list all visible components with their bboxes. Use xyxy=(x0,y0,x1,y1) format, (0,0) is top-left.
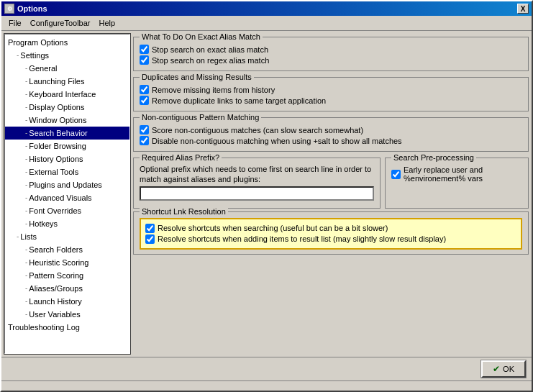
menu-help[interactable]: Help xyxy=(95,17,120,29)
sidebar-item-label: Pattern Scoring xyxy=(29,270,83,281)
exact-alias-check-1[interactable] xyxy=(140,45,149,54)
duplicates-group: Duplicates and Missing Results Remove mi… xyxy=(133,77,529,111)
sidebar-item-search-behavior[interactable]: - Search Behavior xyxy=(5,127,129,140)
sidebar-item-troubleshooting-log[interactable]: Troubleshooting Log xyxy=(5,321,129,334)
sidebar-item-label: Aliases/Groups xyxy=(29,283,83,294)
duplicates-check-2[interactable] xyxy=(140,96,149,105)
close-button[interactable]: X xyxy=(517,4,529,14)
sidebar-item-history-options[interactable]: - History Options xyxy=(5,152,129,165)
sidebar-item-label: Heuristic Scoring xyxy=(29,257,88,268)
duplicates-cb-2: Remove duplicate links to same target ap… xyxy=(140,96,522,105)
sidebar-item-label: History Options xyxy=(29,153,83,165)
titlebar: ⚙ Options X xyxy=(1,1,532,16)
sidebar-item-external-tools[interactable]: - External Tools xyxy=(5,165,129,178)
sidebar-item-settings[interactable]: - Settings xyxy=(5,49,129,62)
sidebar: Program Options- Settings- General- Laun… xyxy=(4,34,130,354)
search-preprocessing-title: Search Pre-processing xyxy=(391,153,476,162)
sidebar-item-label: Display Options xyxy=(29,101,84,113)
non-contiguous-check-2[interactable] xyxy=(140,136,149,145)
window-icon: ⚙ xyxy=(4,4,14,14)
duplicates-label-1: Remove missing items from history xyxy=(152,86,275,94)
shortcut-check-1[interactable] xyxy=(145,224,155,233)
sidebar-item-label: Search Behavior xyxy=(29,127,87,139)
exact-alias-check-2[interactable] xyxy=(140,55,149,65)
sidebar-item-plugins-and-updates[interactable]: - Plugins and Updates xyxy=(5,178,129,191)
non-contiguous-group: Non-contiguous Pattern Matching Score no… xyxy=(133,117,529,152)
sidebar-item-label: General xyxy=(29,63,57,74)
ok-button[interactable]: ✔ OK xyxy=(481,360,526,378)
exact-alias-title: What To Do On Exact Alias Match xyxy=(140,34,263,41)
right-panel: What To Do On Exact Alias Match Stop sea… xyxy=(133,34,529,354)
options-window: ⚙ Options X File ConfigureToolbar Help P… xyxy=(0,0,533,392)
menu-configuretoolbar[interactable]: ConfigureToolbar xyxy=(26,17,95,29)
non-contiguous-cb-1: Score non-contiguous matches (can slow s… xyxy=(140,125,522,135)
exact-alias-cb-1: Stop search on exact alias match xyxy=(140,45,522,54)
sidebar-item-folder-browsing[interactable]: - Folder Browsing xyxy=(5,140,129,152)
sidebar-item-label: Launching Files xyxy=(29,76,84,87)
sidebar-item-label: Program Options xyxy=(8,37,68,48)
sidebar-item-label: Hotkeys xyxy=(29,218,58,229)
sidebar-item-label: Plugins and Updates xyxy=(29,179,102,191)
menu-file[interactable]: File xyxy=(4,17,26,29)
sidebar-item-label: User Variables xyxy=(29,309,80,320)
sidebar-item-user-variables[interactable]: - User Variables xyxy=(5,308,129,321)
sidebar-item-label: Launch History xyxy=(29,296,81,307)
shortcut-label-1: Resolve shortcuts when searching (useful… xyxy=(158,224,388,232)
shortcut-title: Shortcut Lnk Resolution xyxy=(140,207,228,216)
non-contiguous-title: Non-contiguous Pattern Matching xyxy=(140,113,261,122)
shortcut-cb-2: Resolve shortcuts when adding items to r… xyxy=(145,234,516,244)
shortcut-group: Shortcut Lnk Resolution Resolve shortcut… xyxy=(133,211,529,255)
sidebar-item-label: Troubleshooting Log xyxy=(8,322,80,333)
shortcut-highlight: Resolve shortcuts when searching (useful… xyxy=(140,218,522,250)
ok-label: OK xyxy=(503,365,514,373)
required-alias-title: Required Alias Prefix? xyxy=(140,153,222,162)
statusbar xyxy=(1,380,532,391)
sidebar-item-hotkeys[interactable]: - Hotkeys xyxy=(5,217,129,230)
sidebar-item-label: Advanced Visuals xyxy=(29,192,91,204)
shortcut-cb-1: Resolve shortcuts when searching (useful… xyxy=(145,224,516,233)
non-contiguous-cb-2: Disable non-contiguous matching when usi… xyxy=(140,136,522,145)
sidebar-item-pattern-scoring[interactable]: - Pattern Scoring xyxy=(5,269,129,282)
required-alias-input[interactable] xyxy=(140,186,374,201)
search-preprocessing-cb-1: Early replace user and %environement% va… xyxy=(391,165,522,183)
shortcut-label-2: Resolve shortcuts when adding items to r… xyxy=(158,234,446,243)
search-preprocessing-check-1[interactable] xyxy=(391,170,401,179)
sidebar-item-program-options[interactable]: Program Options xyxy=(5,36,129,49)
required-alias-group: Required Alias Prefix? Optional prefix w… xyxy=(133,158,381,209)
search-preprocessing-label-1: Early replace user and %environement% va… xyxy=(404,165,522,183)
sidebar-item-advanced-visuals[interactable]: - Advanced Visuals xyxy=(5,191,129,204)
exact-alias-label-2: Stop search on regex alias match xyxy=(152,56,269,65)
sidebar-item-heuristic-scoring[interactable]: - Heuristic Scoring xyxy=(5,256,129,269)
duplicates-title: Duplicates and Missing Results xyxy=(140,73,254,81)
required-alias-desc: Optional prefix which needs to come firs… xyxy=(140,164,374,185)
sidebar-item-label: Folder Browsing xyxy=(29,140,86,152)
sidebar-item-search-folders[interactable]: - Search Folders xyxy=(5,243,129,256)
sidebar-item-general[interactable]: - General xyxy=(5,62,129,75)
shortcut-check-2[interactable] xyxy=(145,234,155,244)
required-alias-group-wrap: Required Alias Prefix? Optional prefix w… xyxy=(133,155,381,206)
search-preprocessing-group: Search Pre-processing Early replace user… xyxy=(385,158,529,209)
main-content: Program Options- Settings- General- Laun… xyxy=(1,31,532,357)
duplicates-label-2: Remove duplicate links to same target ap… xyxy=(152,96,326,105)
sidebar-item-font-overrides[interactable]: - Font Overrides xyxy=(5,204,129,217)
sidebar-item-keyboard-interface[interactable]: - Keyboard Interface xyxy=(5,88,129,101)
sidebar-item-label: Keyboard Interface xyxy=(29,88,96,100)
exact-alias-group: What To Do On Exact Alias Match Stop sea… xyxy=(133,37,529,71)
non-contiguous-label-2: Disable non-contiguous matching when usi… xyxy=(152,137,402,145)
sidebar-item-label: Settings xyxy=(20,50,49,61)
sidebar-item-display-options[interactable]: - Display Options xyxy=(5,101,129,114)
menubar: File ConfigureToolbar Help xyxy=(1,16,532,31)
non-contiguous-check-1[interactable] xyxy=(140,125,149,135)
non-contiguous-label-1: Score non-contiguous matches (can slow s… xyxy=(152,126,363,135)
sidebar-item-window-options[interactable]: - Window Options xyxy=(5,114,129,127)
sidebar-item-aliases/groups[interactable]: - Aliases/Groups xyxy=(5,282,129,295)
sidebar-item-label: Lists xyxy=(20,231,37,242)
sidebar-item-lists[interactable]: - Lists xyxy=(5,230,129,243)
bottom-bar: ✔ OK xyxy=(1,357,532,380)
sidebar-item-launching-files[interactable]: - Launching Files xyxy=(5,75,129,88)
sidebar-item-label: Font Overrides xyxy=(29,205,81,216)
sidebar-item-label: Search Folders xyxy=(29,244,83,255)
sidebar-item-launch-history[interactable]: - Launch History xyxy=(5,295,129,308)
duplicates-check-1[interactable] xyxy=(140,85,149,94)
window-title: Options xyxy=(17,4,47,13)
